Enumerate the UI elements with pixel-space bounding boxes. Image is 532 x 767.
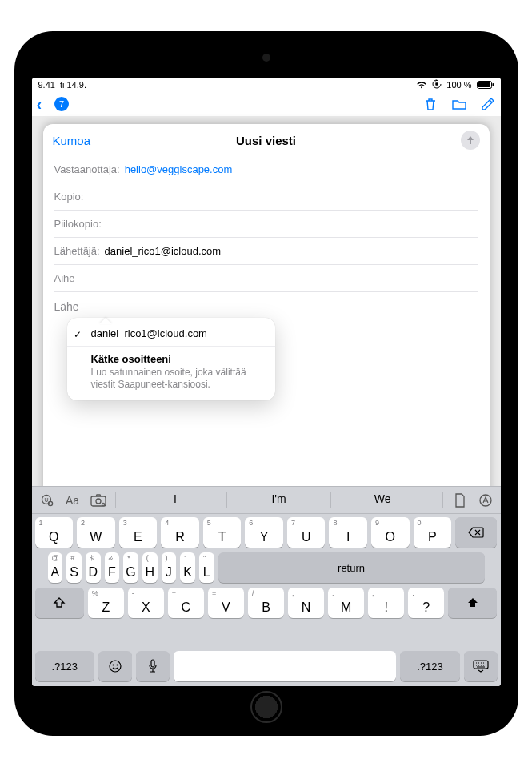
- key-![interactable]: ,!: [368, 588, 404, 618]
- subject-field[interactable]: Aihe: [54, 265, 478, 292]
- svg-rect-0: [436, 82, 438, 85]
- key-b[interactable]: /B: [248, 588, 284, 618]
- dictation-key[interactable]: [136, 651, 170, 681]
- key-g[interactable]: *G: [123, 552, 138, 583]
- key-z[interactable]: %Z: [88, 588, 124, 618]
- from-field[interactable]: Lähettäjä: daniel_rico1@icloud.com: [54, 238, 478, 265]
- unread-badge: 7: [54, 97, 69, 111]
- hide-email-subtitle: Luo satunnainen osoite, joka välittää vi…: [91, 367, 264, 391]
- numbers-key-right[interactable]: .?123: [400, 651, 459, 681]
- key-w[interactable]: 2W: [77, 517, 115, 548]
- cc-field[interactable]: Kopio:: [54, 183, 478, 211]
- numbers-key[interactable]: .?123: [35, 651, 94, 681]
- hide-email-title: Kätke osoitteeni: [91, 353, 264, 365]
- space-key[interactable]: [174, 651, 397, 681]
- key-h[interactable]: (H: [142, 552, 158, 583]
- key-l[interactable]: "L: [199, 552, 214, 583]
- key-r[interactable]: 4R: [161, 517, 199, 548]
- home-button[interactable]: [250, 691, 282, 723]
- svg-rect-3: [492, 83, 494, 86]
- to-value[interactable]: hello@veggiscape.com: [125, 163, 233, 175]
- shift-key-right[interactable]: [448, 588, 497, 618]
- popover-selected-address: daniel_rico1@icloud.com: [91, 327, 207, 339]
- suggestion-1[interactable]: I: [124, 492, 227, 508]
- key-c[interactable]: +C: [168, 588, 204, 618]
- markup-icon[interactable]: [477, 492, 494, 509]
- folder-icon[interactable]: [451, 96, 467, 112]
- wifi-icon: [416, 81, 427, 89]
- key-t[interactable]: 5T: [203, 517, 242, 548]
- svg-rect-2: [478, 82, 490, 87]
- key-?[interactable]: .?: [408, 588, 444, 618]
- suggestion-3[interactable]: We: [331, 492, 434, 508]
- key-k[interactable]: 'K: [180, 552, 195, 583]
- svg-rect-15: [151, 660, 154, 667]
- key-s[interactable]: #S: [66, 552, 82, 583]
- battery-icon: [477, 81, 494, 89]
- key-f[interactable]: &F: [105, 552, 120, 583]
- cc-label: Kopio:: [54, 191, 84, 203]
- bcc-field[interactable]: Piilokopio:: [54, 211, 478, 238]
- text-format-icon[interactable]: Aa: [64, 492, 82, 509]
- key-d[interactable]: $D: [86, 552, 101, 583]
- from-label: Lähettäjä:: [54, 245, 100, 257]
- key-x[interactable]: -X: [128, 588, 164, 618]
- emoji-search-icon[interactable]: [38, 492, 56, 509]
- scan-document-icon[interactable]: [451, 492, 469, 509]
- key-a[interactable]: @A: [48, 552, 63, 583]
- bcc-label: Piilokopio:: [54, 218, 102, 230]
- send-button[interactable]: [461, 131, 480, 150]
- delete-key[interactable]: [455, 517, 497, 548]
- key-v[interactable]: =V: [208, 588, 244, 618]
- front-camera: [262, 54, 270, 62]
- key-p[interactable]: 0P: [414, 517, 452, 548]
- svg-point-12: [110, 661, 121, 672]
- key-y[interactable]: 6Y: [245, 517, 283, 548]
- from-address-popover: ✓ daniel_rico1@icloud.com Kätke osoittee…: [67, 318, 275, 400]
- shift-key[interactable]: [35, 588, 84, 618]
- suggestion-2[interactable]: I'm: [227, 492, 330, 508]
- svg-point-9: [96, 499, 101, 504]
- key-u[interactable]: 7U: [287, 517, 326, 548]
- to-label: Vastaanottaja:: [54, 163, 120, 175]
- compose-icon[interactable]: [480, 96, 496, 112]
- camera-icon[interactable]: [90, 492, 107, 509]
- keyboard-suggestions: I I'm We: [124, 492, 434, 508]
- emoji-key[interactable]: [98, 651, 132, 681]
- svg-point-13: [112, 665, 114, 666]
- back-button[interactable]: ‹: [37, 95, 42, 114]
- key-e[interactable]: 3E: [119, 517, 158, 548]
- trash-icon[interactable]: [422, 96, 438, 112]
- svg-point-14: [116, 665, 118, 666]
- to-field[interactable]: Vastaanottaja: hello@veggiscape.com: [54, 156, 478, 183]
- battery-percent: 100 %: [446, 80, 471, 90]
- body-text: Lähe: [54, 300, 79, 313]
- compose-title: Uusi viesti: [236, 134, 296, 147]
- checkmark-icon: ✓: [74, 329, 82, 340]
- subject-label: Aihe: [54, 272, 75, 284]
- mail-navbar: ‹ 7: [32, 92, 501, 116]
- hide-keyboard-key[interactable]: [464, 651, 498, 681]
- status-time: 9.41: [38, 80, 55, 90]
- key-n[interactable]: ;N: [288, 588, 324, 618]
- svg-point-6: [46, 498, 48, 500]
- key-j[interactable]: )J: [162, 552, 177, 583]
- key-m[interactable]: :M: [328, 588, 364, 618]
- onscreen-keyboard: Aa I I'm We: [32, 486, 501, 686]
- popover-item-hide-my-email[interactable]: Kätke osoitteeni Luo satunnainen osoite,…: [67, 347, 275, 397]
- key-q[interactable]: 1Q: [35, 517, 74, 548]
- return-key[interactable]: return: [218, 552, 485, 583]
- key-o[interactable]: 9O: [371, 517, 410, 548]
- status-date: ti 14.9.: [60, 80, 86, 90]
- svg-point-5: [44, 498, 46, 500]
- from-value[interactable]: daniel_rico1@icloud.com: [105, 245, 221, 257]
- key-i[interactable]: 8I: [329, 517, 367, 548]
- cancel-button[interactable]: Kumoa: [53, 134, 91, 147]
- svg-point-4: [42, 495, 50, 504]
- status-bar: 9.41 ti 14.9. 100 %: [32, 78, 501, 92]
- orientation-lock-icon: [432, 79, 442, 90]
- popover-item-current-address[interactable]: ✓ daniel_rico1@icloud.com: [67, 321, 275, 346]
